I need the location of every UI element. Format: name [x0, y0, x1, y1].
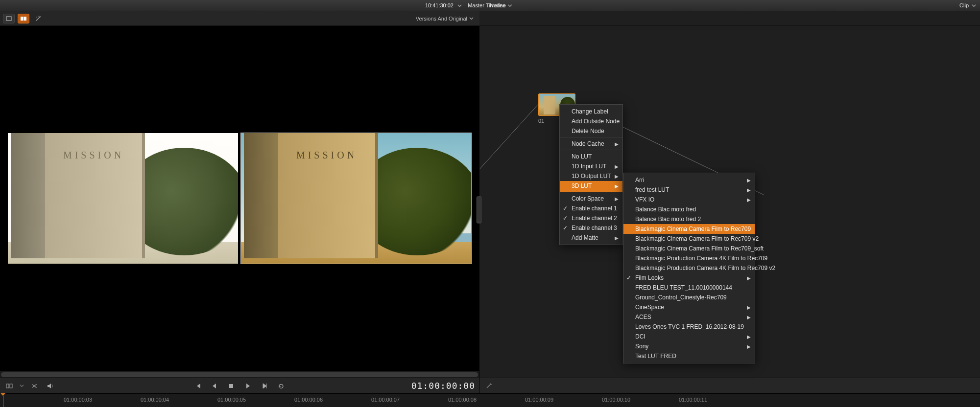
menu-item[interactable]: Add Matte▶ [560, 233, 622, 243]
split-view-button[interactable] [18, 14, 29, 23]
ruler-tick: 01:00:00:09 [525, 397, 553, 403]
menu-item[interactable]: Node Cache▶ [560, 139, 622, 150]
chevron-down-icon[interactable] [20, 384, 24, 388]
clip-dropdown[interactable]: Clip [959, 2, 969, 8]
menu-item[interactable]: ACES▶ [623, 312, 755, 322]
ruler-tick: 01:00:00:08 [448, 397, 477, 403]
menu-item[interactable]: Change Label [560, 107, 622, 116]
menu-item[interactable]: fred test LUT▶ [623, 185, 755, 195]
ruler-tick: 01:00:00:10 [602, 397, 630, 403]
header-timecode: 10:41:30:02 [425, 2, 454, 8]
chevron-down-icon[interactable] [457, 3, 462, 8]
menu-item-label: VFX IO [635, 196, 654, 203]
single-view-button[interactable] [3, 14, 15, 23]
menu-item-label: Blackmagic Production Camera 4K Film to … [635, 265, 775, 271]
submenu-arrow-icon: ▶ [747, 344, 751, 349]
node-label: 01 [538, 118, 544, 124]
menu-item-label: Test LUT FRED [635, 353, 676, 360]
node-graph-pane[interactable]: 01 Change LabelAdd Outside NodeDelete No… [479, 26, 980, 393]
chevron-down-icon[interactable] [972, 3, 976, 8]
menu-item-label: Enable channel 3 [572, 225, 617, 231]
menu-item[interactable]: Blackmagic Cinema Camera Film to Rec709 … [623, 234, 755, 244]
titlebar: Master Timeline 10:41:30:02 ⋮ Nodes Clip [0, 0, 980, 11]
menu-item-label: Color Space [572, 195, 604, 202]
ruler-tick: 01:00:00:05 [217, 397, 246, 403]
chevron-down-icon[interactable] [469, 16, 474, 21]
playhead[interactable] [3, 394, 3, 407]
menu-item-label: Ground_Control_Cinestyle-Rec709 [635, 294, 727, 301]
viewport-right[interactable]: MISSION [241, 133, 471, 264]
menu-item[interactable]: 3D LUT▶ [560, 181, 622, 192]
menu-item[interactable]: Balance Blac moto fred [623, 204, 755, 214]
menu-item-label: CineSpace [635, 304, 664, 311]
viewer-area[interactable]: MISSION MISSION [0, 26, 479, 371]
menu-item-label: Balance Blac moto fred [635, 206, 696, 213]
submenu-arrow-icon: ▶ [747, 178, 751, 183]
go-start-button[interactable] [192, 381, 203, 391]
menu-item[interactable]: Blackmagic Production Camera 4K Film to … [623, 263, 755, 273]
menu-item[interactable]: Blackmagic Cinema Camera Film to Rec709 [623, 224, 755, 234]
menu-item[interactable]: CineSpace▶ [623, 302, 755, 312]
menu-item[interactable]: 1D Input LUT▶ [560, 161, 622, 171]
submenu-arrow-icon: ▶ [747, 334, 751, 339]
timeline-ruler[interactable]: 01:00:00:0301:00:00:0401:00:00:0501:00:0… [0, 393, 980, 407]
transport-timecode[interactable]: 01:00:00:00 [411, 381, 475, 391]
versions-dropdown[interactable]: Versions And Original [416, 16, 467, 22]
menu-item-label: ACES [635, 314, 651, 320]
svg-rect-6 [10, 384, 12, 388]
chevron-down-icon[interactable] [508, 3, 512, 8]
menu-item[interactable]: Test LUT FRED [623, 351, 755, 361]
wand-button[interactable] [32, 14, 44, 23]
menu-item[interactable]: Loves Ones TVC 1 FRED_16.2012-08-19 [623, 322, 755, 332]
play-button[interactable] [242, 381, 253, 391]
viewport-left[interactable]: MISSION [8, 133, 238, 264]
stop-button[interactable] [226, 381, 237, 391]
3dlut-submenu: Arri▶fred test LUT▶VFX IO▶Balance Blac m… [623, 173, 755, 363]
menu-item[interactable]: Blackmagic Cinema Camera Film to Rec709_… [623, 244, 755, 253]
menu-item[interactable]: Add Outside Node [560, 116, 622, 126]
menu-item[interactable]: ✓Film Looks▶ [623, 273, 755, 283]
options-icon[interactable]: ⋮ [466, 2, 472, 9]
menu-item[interactable]: ✓Enable channel 2 [560, 213, 622, 223]
menu-item[interactable]: Ground_Control_Cinestyle-Rec709 [623, 293, 755, 302]
menu-item[interactable]: Balance Blac moto fred 2 [623, 214, 755, 224]
loop-button[interactable] [276, 381, 287, 391]
speaker-icon[interactable] [45, 381, 55, 391]
submenu-arrow-icon: ▶ [615, 183, 619, 189]
menu-item[interactable]: ✓Enable channel 3 [560, 223, 622, 233]
svg-rect-7 [229, 384, 233, 388]
submenu-arrow-icon: ▶ [615, 196, 619, 202]
menu-item-label: Add Outside Node [572, 118, 620, 125]
wand-icon[interactable] [483, 381, 494, 391]
step-back-button[interactable] [209, 381, 220, 391]
thumbnail-view-icon[interactable] [4, 381, 15, 391]
menu-item-label: 1D Output LUT [572, 173, 611, 180]
menu-item[interactable]: FRED BLEU TEST_11.00100000144 [623, 283, 755, 293]
menu-item[interactable]: VFX IO▶ [623, 195, 755, 204]
menu-item-label: Enable channel 2 [572, 215, 617, 222]
menu-item[interactable]: Blackmagic Production Camera 4K Film to … [623, 253, 755, 263]
svg-point-10 [490, 383, 491, 384]
viewer-scrollbar[interactable] [0, 371, 479, 378]
menu-item[interactable]: No LUT [560, 152, 622, 161]
menu-item-label: FRED BLEU TEST_11.00100000144 [635, 284, 732, 291]
menu-item-label: Blackmagic Cinema Camera Film to Rec709_… [635, 245, 764, 252]
menu-item[interactable]: DCI▶ [623, 332, 755, 341]
menu-item[interactable]: ✓Enable channel 1 [560, 204, 622, 213]
viewer-toolbar: Versions And Original [0, 11, 479, 26]
menu-item-label: 1D Input LUT [572, 163, 606, 170]
node-pane-toolbar [479, 378, 980, 393]
nodes-panel-title[interactable]: Nodes [490, 2, 505, 8]
step-forward-button[interactable] [259, 381, 270, 391]
menu-item[interactable]: Delete Node [560, 126, 622, 137]
menu-item[interactable]: Sony▶ [623, 341, 755, 351]
check-icon: ✓ [563, 215, 568, 222]
shuffle-icon[interactable] [29, 381, 40, 391]
menu-item-label: Blackmagic Cinema Camera Film to Rec709 … [635, 235, 759, 242]
submenu-arrow-icon: ▶ [615, 141, 619, 147]
menu-item[interactable]: Arri▶ [623, 175, 755, 185]
menu-item-label: Add Matte [572, 234, 598, 241]
submenu-arrow-icon: ▶ [615, 164, 619, 169]
menu-item[interactable]: 1D Output LUT▶ [560, 171, 622, 181]
menu-item[interactable]: Color Space▶ [560, 194, 622, 204]
